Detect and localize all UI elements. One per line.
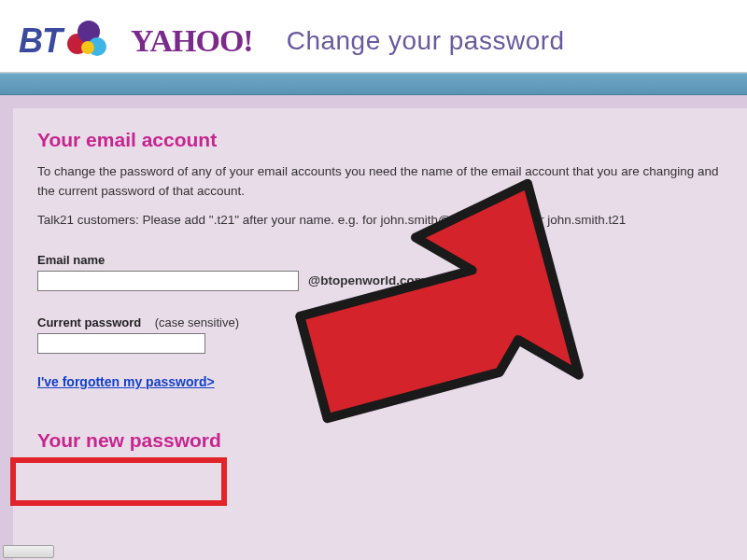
horizontal-scrollbar[interactable] — [3, 545, 54, 558]
email-name-label: Email name — [37, 253, 105, 267]
content-area: Your email account To change the passwor… — [0, 95, 747, 560]
bt-logo: BT — [19, 21, 108, 62]
current-password-input[interactable] — [37, 333, 205, 354]
forgot-password-link[interactable]: I've forgotten my password> — [37, 374, 215, 389]
intro-text-2: Talk21 customers: Please add ".t21" afte… — [37, 211, 723, 231]
new-password-heading: Your new password — [37, 429, 723, 452]
yahoo-logo-text: YAHOO! — [131, 23, 253, 59]
bt-logo-text: BT — [19, 21, 62, 61]
email-account-heading: Your email account — [37, 129, 723, 151]
case-sensitive-note: (case sensitive) — [155, 315, 239, 329]
email-name-input[interactable] — [37, 271, 299, 291]
current-password-label: Current password — [37, 315, 141, 329]
email-domain-hint: @btopenworld.com or @talk21.com — [308, 273, 521, 287]
page-title: Change your password — [287, 26, 565, 56]
header: BT YAHOO! Change your password — [0, 0, 747, 73]
intro-text-1: To change the password of any of your em… — [37, 162, 723, 202]
nav-bar — [0, 73, 747, 95]
bt-globe-icon — [67, 21, 108, 62]
form-panel: Your email account To change the passwor… — [13, 108, 747, 560]
